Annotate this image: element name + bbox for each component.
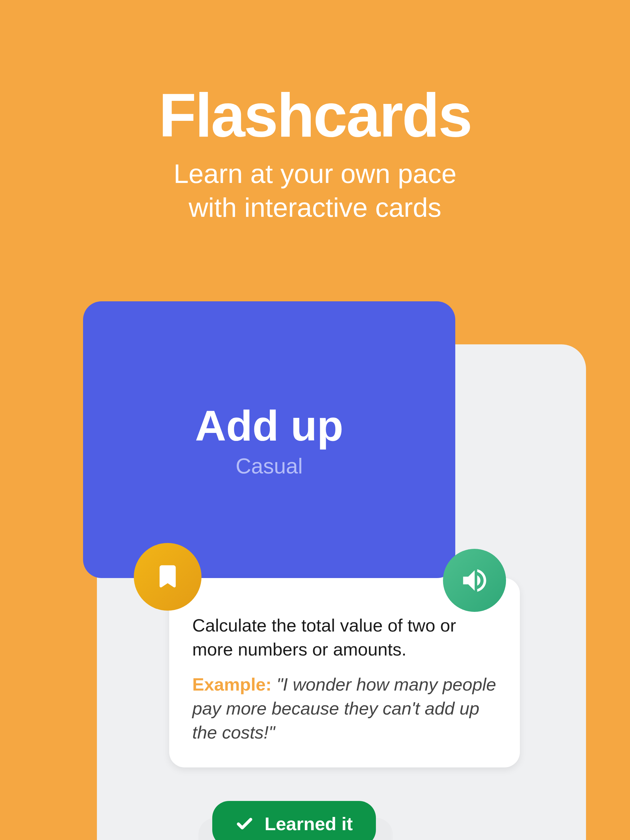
- speaker-icon: [459, 565, 490, 596]
- header: Flashcards Learn at your own pace with i…: [0, 0, 630, 224]
- definition-text: Calculate the total value of two or more…: [192, 613, 497, 662]
- speaker-button[interactable]: [443, 549, 506, 612]
- page-title: Flashcards: [0, 80, 630, 151]
- term-card[interactable]: Add up Casual: [83, 301, 455, 578]
- page-subtitle: Learn at your own pace with interactive …: [0, 157, 630, 224]
- example-label: Example:: [192, 674, 272, 694]
- example-wrapper: Example: "I wonder how many people pay m…: [192, 673, 497, 745]
- definition-card: Calculate the total value of two or more…: [169, 578, 520, 767]
- bookmark-icon: [154, 563, 182, 591]
- learned-it-label: Learned it: [264, 813, 353, 834]
- check-icon: [235, 815, 254, 833]
- term-tag: Casual: [236, 454, 303, 478]
- learned-it-button[interactable]: Learned it: [212, 801, 376, 840]
- term-text: Add up: [195, 401, 343, 451]
- bookmark-button[interactable]: [134, 543, 201, 611]
